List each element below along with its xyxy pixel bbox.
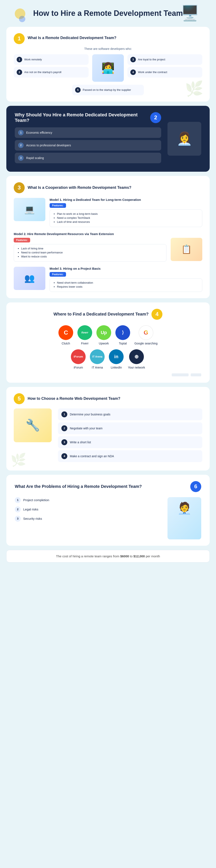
section3-badge: 3 [14,182,25,193]
model2-feature-2: Need to control team performance [21,251,163,254]
section5-content: 🔧 1 Determine your business goals 2 Nego… [14,408,202,464]
feature-num-4: 4 [130,69,136,75]
toptal-label: Toptal [119,342,127,345]
step-text-2: Negotiate with your team [70,427,103,430]
model1-features-badge: Features: [49,203,66,208]
model3-features-list: Need short-term collaboration Requires l… [53,281,199,288]
problem-text-3: Security risks [23,517,42,520]
model1-content: Model 1. Hiring a Dedicated Team for Lon… [49,198,202,227]
model2-title: Model 2. Hire Remote Development Resourc… [14,232,202,236]
platform-network: ⊕ Your network [128,349,145,369]
section2-num-1: 1 [18,130,24,135]
section1-right-col: 3 Are loyal to the project 4 Work under … [128,54,202,78]
page-title: How to Hire a Remote Development Team [21,8,195,19]
google-label: Google searching [134,342,157,345]
upwork-icon: Up [97,325,111,340]
deco-bar1 [172,373,188,376]
fiverr-icon: fiverr [77,325,92,340]
model1-features-list: Plan to work on a long-term basis Need a… [53,212,199,223]
footer-price-from: $6000 [120,554,129,558]
footer-price-to: $12,000 [133,554,145,558]
model2-features-box: Lack of hiring time Need to control team… [14,244,167,262]
feature-item-3: 3 Are loyal to the project [128,54,202,65]
header-illustration: 🖥️ [181,4,199,22]
platform-upwork: Up Upwork [97,325,111,345]
problem-item-1: 1 Project completion [15,497,161,503]
model2-features-list: Lack of hiring time Need to control team… [17,247,163,258]
google-icon: G [139,325,153,340]
model1-feature-3: Lack of time and resources [57,220,199,223]
model2-illustration: 📋 [171,238,202,261]
model2-features-badge: Features: [14,238,30,243]
step-text-4: Make a contract and sign an NDA [70,455,114,458]
section2-item-1: 1 Economic efficiency [15,127,161,138]
section3-title: What Is a Cooperation with Remote Develo… [28,185,132,190]
problem-num-1: 1 [15,497,21,503]
section2-num-2: 2 [18,143,24,148]
platform-fiverr: fiverr Fiverr [77,325,92,345]
feature-num-5: 5 [75,87,80,93]
model1-feature-2: Need a complex TechStack [57,216,199,219]
feature-item-4: 4 Work under the contract [128,67,202,78]
problem-text-1: Project completion [23,498,49,502]
model2-feature-3: Want to reduce costs [21,255,163,258]
footer-suffix: per month [146,554,160,558]
section6-title: What Are the Problems of Hiring a Remote… [15,484,142,489]
footer-text: The cost of hiring a remote team ranges … [56,554,120,558]
feature-text-3: Are loyal to the project [138,58,165,61]
network-icon: ⊕ [129,349,144,364]
problem-item-2: 2 Legal risks [15,506,161,513]
platform-toptal: ⟩ Toptal [115,325,130,345]
step-num-1: 1 [61,411,67,417]
section3-header: 3 What Is a Cooperation with Remote Deve… [14,182,202,193]
section2-header: Why Should You Hire a Remote Dedicated D… [15,112,161,123]
step-num-3: 3 [61,439,67,445]
model3-features-badge: Features: [49,272,66,277]
feature-text-2: Are not on the startup's payroll [24,70,61,74]
itarena-icon: IT Arena [90,349,105,364]
step-item-3: 3 Write a short list [58,436,202,448]
platform-google: G Google searching [134,325,157,345]
step-text-1: Determine your business goals [70,413,110,416]
model3-features-box: Need short-term collaboration Requires l… [49,278,202,292]
section1-subtitle: These are software developers who: [14,47,202,51]
problem-num-2: 2 [15,506,21,513]
fiverr-label: Fiverr [81,342,88,345]
iforum-label: iForum [74,366,83,369]
section5-illustration: 🔧 [14,408,52,442]
section2-text-3: Rapid scaling [26,156,44,160]
section2-num-3: 3 [18,155,24,161]
model2-row: Model 2. Hire Remote Development Resourc… [14,232,202,262]
section2-text-2: Access to professional developers [26,144,71,147]
problem-num-3: 3 [15,516,21,522]
footer: The cost of hiring a remote team ranges … [6,550,210,562]
section4-wrapper: Where to Find a Dedicated Development Te… [0,300,216,385]
section1-feature5-row: 5 Passed on to the startup by the suppli… [14,85,202,95]
linkedin-label: LinkedIn [111,366,122,369]
platform-iforum: iForum iForum [71,349,86,369]
section6-header: What Are the Problems of Hiring a Remote… [15,481,201,492]
step-item-4: 4 Make a contract and sign an NDA [58,450,202,462]
section6: What Are the Problems of Hiring a Remote… [6,475,210,546]
feature-num-2: 2 [17,69,22,75]
step-item-1: 1 Determine your business goals [58,408,202,420]
itarena-label: IT Arena [92,366,103,369]
section5-steps: 1 Determine your business goals 2 Negoti… [58,408,202,464]
footer-to: to [130,554,134,558]
feature-item-1: 1 Work remotely [14,54,88,65]
section4-deco [15,373,201,376]
model3-content: Model 3. Hiring on a Project Basis Featu… [49,267,202,292]
model1-features-box: Plan to work on a long-term basis Need a… [49,210,202,227]
model1-illustration: 💻 [14,198,45,221]
model1-title: Model 1. Hiring a Dedicated Team for Lon… [49,198,202,202]
section1-illustration: 👩‍💻 [92,54,124,82]
problem-item-3: 3 Security risks [15,516,161,522]
feature-text-4: Work under the contract [138,70,167,74]
section1-title: What Is a Remote Dedicated Development T… [28,36,116,40]
section2-wrapper: Why Should You Hire a Remote Dedicated D… [0,104,216,174]
section5-header: 5 How to Choose a Remote Web Development… [14,393,202,404]
iforum-icon: iForum [71,349,86,364]
clutch-label: Clutch [62,342,70,345]
section5-deco: 🌿 [10,453,26,467]
section2-text-1: Economic efficiency [26,131,52,134]
